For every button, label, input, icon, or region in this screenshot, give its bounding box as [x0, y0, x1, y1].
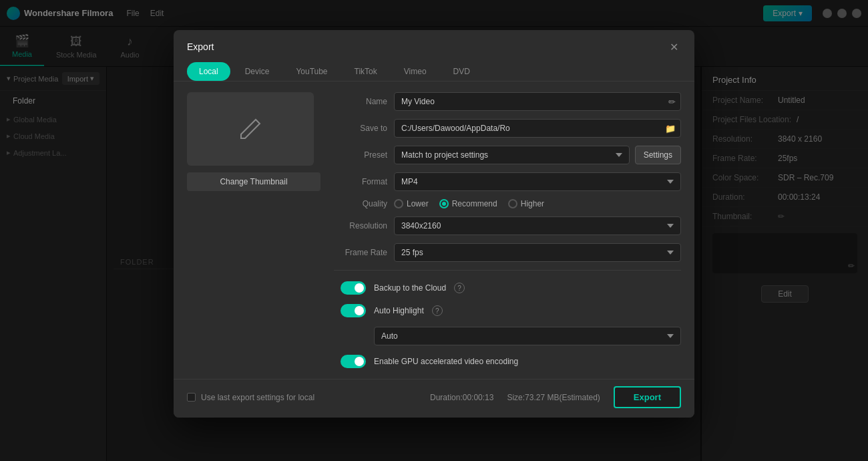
modal-tabs: Local Device YouTube TikTok Vimeo DVD	[174, 54, 694, 82]
auto-select[interactable]: Auto	[374, 327, 681, 345]
tab-local[interactable]: Local	[187, 62, 230, 81]
save-to-input[interactable]	[394, 119, 681, 138]
frame-rate-label: Frame Rate	[334, 248, 387, 257]
gpu-label: Enable GPU accelerated video encoding	[374, 357, 518, 366]
format-label: Format	[334, 177, 387, 186]
auto-highlight-label: Auto Highlight	[374, 306, 424, 315]
tab-youtube[interactable]: YouTube	[284, 62, 339, 81]
settings-button[interactable]: Settings	[635, 146, 681, 164]
auto-select-row: Auto	[334, 327, 681, 345]
backup-cloud-row: Backup to the Cloud ?	[334, 281, 681, 295]
form-row-save-to: Save to 📁	[334, 119, 681, 138]
name-label: Name	[334, 97, 387, 106]
folder-icon[interactable]: 📁	[665, 124, 676, 134]
last-export-checkbox[interactable]	[187, 393, 196, 402]
gpu-row: Enable GPU accelerated video encoding	[334, 355, 681, 368]
resolution-select[interactable]: 3840x2160	[394, 216, 681, 235]
form-row-format: Format MP4	[334, 172, 681, 191]
gpu-toggle[interactable]	[341, 355, 366, 368]
modal-footer: Use last export settings for local Durat…	[174, 379, 694, 418]
form-row-name: Name ✏	[334, 92, 681, 111]
radio-recommend-circle	[439, 199, 449, 208]
backup-cloud-toggle[interactable]	[341, 281, 366, 295]
auto-highlight-toggle[interactable]	[341, 304, 366, 317]
footer-right: Duration:00:00:13 Size:73.27 MB(Estimate…	[430, 386, 681, 408]
preset-label: Preset	[334, 150, 387, 160]
modal-form-section: Name ✏ Save to 📁 Preset	[334, 92, 681, 368]
name-edit-icon: ✏	[668, 97, 676, 107]
quality-recommend[interactable]: Recommend	[439, 199, 497, 208]
tab-vimeo[interactable]: Vimeo	[392, 62, 439, 81]
modal-header: Export ✕	[174, 30, 694, 54]
tab-dvd[interactable]: DVD	[441, 62, 482, 81]
modal-thumbnail-section: Change Thumbnail	[187, 92, 320, 368]
auto-highlight-row: Auto Highlight ?	[334, 304, 681, 317]
quality-higher[interactable]: Higher	[508, 199, 544, 208]
footer-left: Use last export settings for local	[187, 393, 314, 402]
form-row-resolution: Resolution 3840x2160	[334, 216, 681, 235]
modal-close-button[interactable]: ✕	[666, 39, 681, 54]
form-row-preset: Preset Match to project settings Setting…	[334, 146, 681, 164]
tab-device[interactable]: Device	[233, 62, 282, 81]
last-export-label: Use last export settings for local	[201, 393, 314, 402]
quality-options: Lower Recommend Higher	[394, 199, 681, 208]
change-thumbnail-button[interactable]: Change Thumbnail	[187, 172, 320, 191]
preset-select[interactable]: Match to project settings	[394, 146, 630, 164]
preset-row: Match to project settings Settings	[394, 146, 681, 164]
name-input[interactable]	[394, 92, 681, 111]
form-row-frame-rate: Frame Rate 25 fps	[334, 243, 681, 262]
quality-recommend-label: Recommend	[452, 199, 497, 208]
quality-lower-label: Lower	[407, 199, 429, 208]
pencil-icon	[237, 116, 264, 142]
quality-lower[interactable]: Lower	[394, 199, 429, 208]
radio-higher-circle	[508, 199, 517, 208]
quality-higher-label: Higher	[521, 199, 544, 208]
tab-tiktok[interactable]: TikTok	[343, 62, 389, 81]
frame-rate-select[interactable]: 25 fps	[394, 243, 681, 262]
backup-help-icon[interactable]: ?	[454, 283, 465, 293]
save-to-label: Save to	[334, 124, 387, 133]
modal-overlay: Export ✕ Local Device YouTube TikTok Vim…	[0, 0, 868, 461]
footer-size: Size:73.27 MB(Estimated)	[507, 393, 600, 402]
modal-body: Change Thumbnail Name ✏ Save to	[174, 82, 694, 379]
footer-duration: Duration:00:00:13	[430, 393, 493, 402]
quality-label: Quality	[334, 199, 387, 208]
auto-highlight-help-icon[interactable]: ?	[432, 305, 443, 316]
modal-separator	[334, 270, 681, 271]
form-row-quality: Quality Lower Recommend Higher	[334, 199, 681, 208]
modal-thumb-preview	[187, 92, 314, 166]
modal-title: Export	[187, 41, 214, 52]
backup-cloud-label: Backup to the Cloud	[374, 283, 446, 293]
name-input-wrapper: ✏	[394, 92, 681, 111]
format-select[interactable]: MP4	[394, 172, 681, 191]
save-to-input-wrapper: 📁	[394, 119, 681, 138]
export-modal-button[interactable]: Export	[614, 386, 681, 408]
resolution-label: Resolution	[334, 221, 387, 230]
radio-lower-circle	[394, 199, 403, 208]
export-modal: Export ✕ Local Device YouTube TikTok Vim…	[174, 30, 694, 418]
